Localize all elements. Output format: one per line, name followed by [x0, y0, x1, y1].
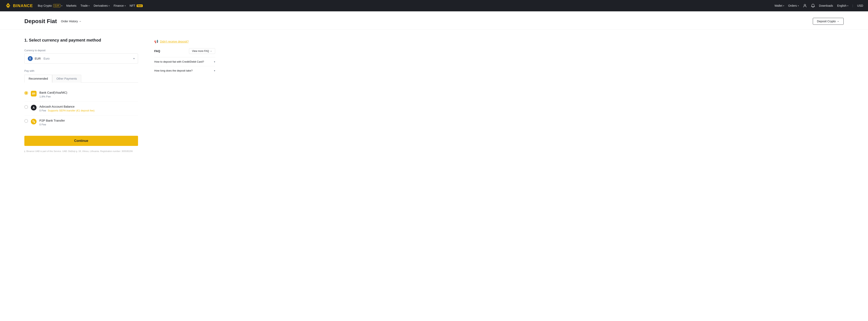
tab-recommended[interactable]: Recommended: [24, 75, 52, 83]
derivatives-chevron-icon: ▾: [108, 5, 110, 7]
didnt-receive-section: 📢 Didn't receive deposit?: [154, 39, 215, 43]
advcash-info: Advcash Account Balance 0 Fee Supports S…: [39, 105, 138, 112]
advcash-sepa-note: Supports SEPA transfer (€1 deposit fee): [48, 109, 94, 112]
svg-rect-13: [32, 94, 33, 95]
nav-notifications-icon[interactable]: [811, 4, 815, 8]
nav-items: Buy Crypto EUR ▾ Markets Trade ▾ Derivat…: [38, 4, 770, 7]
deposit-crypto-button[interactable]: Deposit Crypto →: [813, 18, 844, 25]
nav-downloads[interactable]: Downloads: [819, 4, 833, 7]
nav-markets[interactable]: Markets: [66, 4, 76, 7]
radio-p2p[interactable]: [24, 119, 28, 123]
advcash-name: Advcash Account Balance: [39, 105, 138, 108]
new-badge: New: [136, 4, 143, 7]
faq-item-1[interactable]: How long does the deposit take? ▾: [154, 66, 215, 75]
binance-logo-icon: [5, 2, 11, 9]
faq-item-0[interactable]: How to deposit fiat with Credit/Debit Ca…: [154, 57, 215, 66]
currency-dropdown-icon: ▾: [133, 57, 134, 60]
left-panel: 1. Select currency and payment method Cu…: [24, 38, 138, 153]
advcash-icon: A: [31, 105, 36, 110]
nav-trade[interactable]: Trade ▾: [81, 4, 90, 7]
faq-title: FAQ: [154, 49, 160, 53]
right-panel: 📢 Didn't receive deposit? FAQ View more …: [154, 38, 215, 153]
payment-option-p2p[interactable]: P2P Bank Transfer 0 Fee: [24, 115, 138, 129]
currency-left: E EUR Euro: [28, 56, 50, 61]
logo-text: BINANCE: [13, 3, 33, 8]
currency-fullname: Euro: [44, 57, 50, 60]
svg-rect-12: [32, 93, 35, 94]
nav-finance[interactable]: Finance ▾: [114, 4, 126, 7]
p2p-icon: [31, 119, 36, 124]
wallet-chevron-icon: ▾: [783, 5, 784, 7]
orders-chevron-icon: ▾: [798, 5, 799, 7]
svg-point-10: [804, 4, 806, 6]
currency-code: EUR: [35, 57, 41, 60]
radio-selected-dot: [25, 92, 27, 94]
faq-question-1: How long does the deposit take?: [154, 69, 214, 72]
nav-divider: |: [852, 4, 853, 7]
nav-right: Wallet ▾ Orders ▾ Downloads English ▾ | …: [774, 4, 863, 8]
faq-chevron-1-icon: ▾: [214, 69, 215, 72]
nav-profile-icon[interactable]: [803, 4, 807, 8]
p2p-fee: 0 Fee: [39, 123, 138, 126]
faq-question-0: How to deposit fiat with Credit/Debit Ca…: [154, 60, 214, 63]
nav-currency[interactable]: USD: [857, 4, 863, 7]
faq-header: FAQ View more FAQ →: [154, 48, 215, 54]
nav-orders[interactable]: Orders ▾: [788, 4, 799, 7]
p2p-info: P2P Bank Transfer 0 Fee: [39, 119, 138, 126]
advcash-fee: 0 Fee: [39, 109, 46, 112]
logo[interactable]: BINANCE: [5, 2, 33, 9]
payment-option-bank-card[interactable]: Bank Card(Visa/MC) 1.8% Fee: [24, 87, 138, 102]
payment-options-list: Bank Card(Visa/MC) 1.8% Fee A Advcash Ac…: [24, 87, 138, 129]
page-container: Deposit Fiat Order History → Deposit Cry…: [0, 11, 868, 321]
navbar: BINANCE Buy Crypto EUR ▾ Markets Trade ▾…: [0, 0, 868, 11]
page-header: Deposit Fiat Order History → Deposit Cry…: [0, 11, 868, 30]
bank-card-name: Bank Card(Visa/MC): [39, 91, 138, 94]
bank-card-info: Bank Card(Visa/MC) 1.8% Fee: [39, 91, 138, 98]
section-title: 1. Select currency and payment method: [24, 38, 138, 42]
continue-button[interactable]: Continue: [24, 136, 138, 146]
currency-label: Currency to deposit: [24, 49, 138, 52]
nav-language[interactable]: English ▾: [837, 4, 848, 7]
bank-card-icon: [31, 91, 36, 97]
svg-point-14: [33, 120, 34, 121]
megaphone-icon: 📢: [154, 39, 158, 43]
footer-note: ℹ Binance UAB is part of this Service. U…: [24, 150, 138, 153]
currency-circle-icon: E: [28, 56, 33, 61]
currency-select[interactable]: E EUR Euro ▾: [24, 54, 138, 64]
nav-wallet[interactable]: Wallet ▾: [774, 4, 784, 7]
order-history-button[interactable]: Order History →: [61, 20, 82, 23]
buy-crypto-chevron-icon: ▾: [61, 5, 62, 7]
didnt-receive-link[interactable]: Didn't receive deposit?: [160, 40, 189, 43]
p2p-name: P2P Bank Transfer: [39, 119, 138, 122]
info-icon: ℹ: [24, 150, 25, 153]
nav-buy-crypto[interactable]: Buy Crypto EUR ▾: [38, 4, 62, 7]
bank-card-fee: 1.8% Fee: [39, 95, 138, 98]
payment-tabs: Recommended Other Payments: [24, 75, 138, 83]
page-title: Deposit Fiat: [24, 18, 57, 25]
nav-derivatives[interactable]: Derivatives ▾: [94, 4, 110, 7]
tab-other-payments[interactable]: Other Payments: [52, 75, 81, 83]
view-more-faq-button[interactable]: View more FAQ →: [189, 48, 215, 54]
eur-badge: EUR: [53, 4, 60, 7]
radio-advcash[interactable]: [24, 105, 28, 109]
language-chevron-icon: ▾: [847, 5, 848, 7]
trade-chevron-icon: ▾: [89, 5, 90, 7]
finance-chevron-icon: ▾: [125, 5, 126, 7]
pay-with-label: Pay with: [24, 69, 138, 72]
payment-option-advcash[interactable]: A Advcash Account Balance 0 Fee Supports…: [24, 102, 138, 115]
main-content: 1. Select currency and payment method Cu…: [0, 30, 868, 161]
faq-chevron-0-icon: ▾: [214, 60, 215, 63]
radio-bank-card[interactable]: [24, 91, 28, 95]
nav-nft[interactable]: NFT New: [130, 4, 143, 7]
